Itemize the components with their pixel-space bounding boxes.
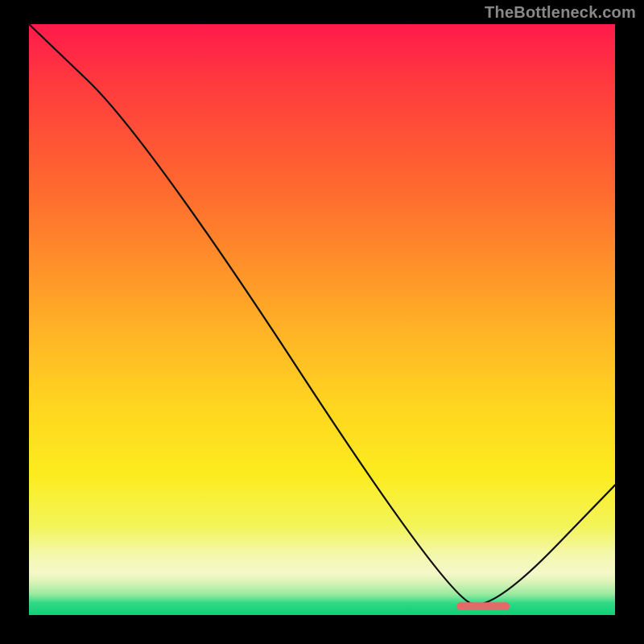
bottleneck-curve	[29, 24, 615, 605]
plot-area	[29, 24, 615, 615]
watermark-text: TheBottleneck.com	[485, 3, 636, 22]
plot-svg	[29, 24, 615, 615]
chart-frame: TheBottleneck.com	[0, 0, 644, 644]
highlight-segment	[456, 602, 510, 610]
